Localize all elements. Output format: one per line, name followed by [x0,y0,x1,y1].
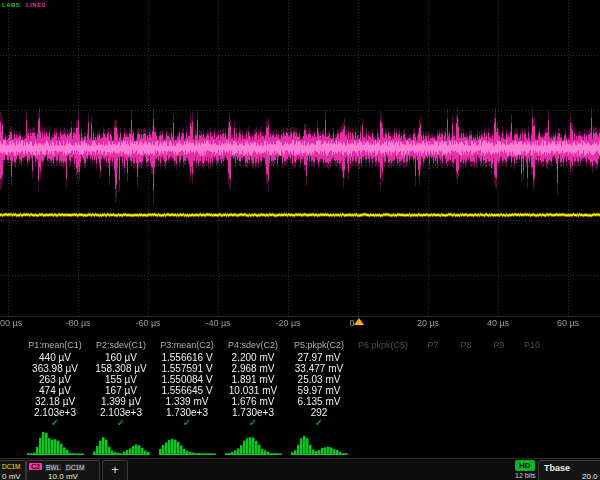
measure-value: 10.031 mV [229,385,277,396]
measure-value: 158.308 µV [95,363,146,374]
measure-value: 1.676 mV [232,396,275,407]
measure-header[interactable]: P4:sdev(C2) [228,340,278,350]
time-label: -60 µs [135,318,160,328]
measure-header[interactable]: P9 [493,340,504,350]
measure-value: 474 µV [39,385,71,396]
c2-bwl-badge: BWL [45,464,61,471]
time-label: 20 µs [417,318,439,328]
measure-status-check: ✓ [315,417,323,428]
trigger-position-marker [354,318,364,325]
measure-header[interactable]: P6:pkpk(C5) [358,340,408,350]
measure-value: 263 µV [39,374,71,385]
measure-value: 2.968 mV [232,363,275,374]
hd-mode-badge: HD [515,460,535,471]
measure-value: 32.18 µV [35,396,75,407]
add-trace-button[interactable]: + [102,460,128,480]
c1-coupling-badge: DC1M [1,463,21,470]
measure-value: 59.97 mV [298,385,341,396]
measure-value: 2.200 mV [232,352,275,363]
measure-value: 6.135 mV [298,396,341,407]
measure-value: 1.556616 V [161,352,212,363]
measure-value: 25.03 mV [298,374,341,385]
measure-value: 1.556645 V [161,385,212,396]
c2-channel-label: C2 [29,463,42,470]
measure-value: 1.339 mV [166,396,209,407]
c2-descriptor[interactable]: C2 BWL DC1M 10.0 mV [26,460,100,480]
top-left-label-2: LINES [26,2,46,8]
bottom-toolbar: DC1M 0 mV C2 BWL DC1M 10.0 mV + HD 12 bi… [0,458,600,480]
measure-value: 1.891 mV [232,374,275,385]
c1-scale-value: 0 mV [2,472,21,480]
measure-value: 27.97 mV [298,352,341,363]
measure-status-check: ✓ [117,417,125,428]
measure-value: 440 µV [39,352,71,363]
time-label: -40 µs [205,318,230,328]
timebase-label: Tbase [544,463,570,473]
c1-descriptor[interactable]: DC1M 0 mV [0,460,26,480]
c2-coupling-badge: DC1M [65,464,85,471]
time-label: -80 µs [65,318,90,328]
measure-value: 155 µV [105,374,137,385]
time-label: 60 µs [557,318,579,328]
timebase-scale: 20.0 µs/div [582,472,600,480]
measure-value: 363.98 µV [32,363,78,374]
c2-scale-value: 10.0 mV [48,472,78,480]
measure-header[interactable]: P7 [427,340,438,350]
measure-header[interactable]: P2:sdev(C1) [96,340,146,350]
measure-header[interactable]: P10 [524,340,540,350]
hd-mode-sub: 12 bits [515,472,536,479]
measure-header[interactable]: P1:mean(C1) [28,340,82,350]
measure-status-check: ✓ [249,417,257,428]
measure-value: 167 µV [105,385,137,396]
oscilloscope-screen: LABS LINES 00 µs-80 µs-60 µs-40 µs-20 µs… [0,0,600,480]
time-label: -20 µs [275,318,300,328]
measure-header[interactable]: P5:pkpk(C2) [294,340,344,350]
timebase-descriptor[interactable]: Tbase 20.0 µs/div [538,460,600,480]
top-left-label-1: LABS [2,2,20,8]
measure-status-check: ✓ [183,417,191,428]
measure-header[interactable]: P8 [460,340,471,350]
measure-status-check: ✓ [51,417,59,428]
measure-value: 1.399 µV [101,396,141,407]
measure-value: 1.550084 V [161,374,212,385]
time-label: 40 µs [487,318,509,328]
measure-value: 33.477 mV [295,363,343,374]
measure-value: 160 µV [105,352,137,363]
time-label: 00 µs [0,318,22,328]
measure-header[interactable]: P3:mean(C2) [160,340,214,350]
measure-value: 1.557591 V [161,363,212,374]
